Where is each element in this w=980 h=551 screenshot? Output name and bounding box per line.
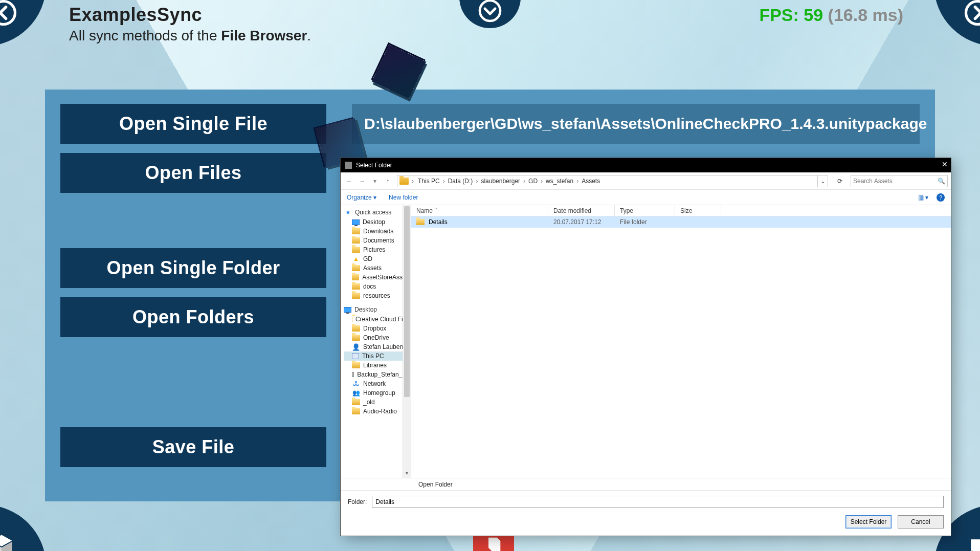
- sidebar-item[interactable]: Audio-Radio: [344, 407, 411, 416]
- monitor-icon: [344, 307, 351, 313]
- folderY-icon: [352, 335, 360, 341]
- open-single-file-button[interactable]: Open Single File: [60, 104, 326, 144]
- dialog-titlebar[interactable]: Select Folder ✕: [341, 158, 951, 172]
- breadcrumb-item[interactable]: Assets: [578, 178, 603, 185]
- dialog-navbar: ← → ▾ ↑ › This PC›Data (D:)›slaubenberge…: [341, 172, 951, 190]
- folder-label: Folder:: [348, 498, 367, 505]
- star-icon: ★: [344, 209, 352, 216]
- breadcrumb-item[interactable]: slaubenberger: [478, 178, 523, 185]
- folderY-icon: [352, 316, 352, 322]
- selected-path-display: D:\slaubenberger\GD\ws_stefan\Assets\Onl…: [352, 104, 920, 144]
- new-folder-button[interactable]: New folder: [389, 194, 418, 201]
- dialog-footer: Folder: Select Folder Cancel: [341, 490, 951, 536]
- svg-point-1: [480, 1, 500, 21]
- file-list-area: Name ˄ Date modified Type Size Details20…: [411, 205, 951, 478]
- open-files-button[interactable]: Open Files: [60, 153, 326, 193]
- folderY-icon: [352, 247, 360, 253]
- brand-icon: [965, 534, 980, 551]
- monitor-icon: [352, 219, 360, 225]
- open-folders-button[interactable]: Open Folders: [60, 297, 326, 337]
- search-icon: 🔍: [938, 178, 945, 185]
- sidebar-item[interactable]: _old: [344, 398, 411, 407]
- nav-recent-button[interactable]: ▾: [369, 175, 381, 187]
- breadcrumb-item[interactable]: This PC: [415, 178, 443, 185]
- file-row[interactable]: Details20.07.2017 17:12File folder: [411, 216, 951, 228]
- sidebar-item[interactable]: AssetStoreAssets: [344, 273, 411, 282]
- nav-back-button[interactable]: ←: [344, 175, 355, 187]
- col-date[interactable]: Date modified: [548, 205, 615, 216]
- breadcrumb-bar[interactable]: › This PC›Data (D:)›slaubenberger›GD›ws_…: [397, 175, 828, 187]
- folderY-icon: [352, 408, 360, 414]
- select-folder-button[interactable]: Select Folder: [845, 515, 892, 528]
- file-dialog: Select Folder ✕ ← → ▾ ↑ › This PC›Data (…: [340, 158, 951, 536]
- dialog-title: Select Folder: [356, 162, 947, 169]
- hg-icon: 👥: [352, 389, 360, 396]
- open-single-folder-button[interactable]: Open Single Folder: [60, 248, 326, 288]
- file-date: 20.07.2017 17:12: [548, 218, 615, 226]
- svg-point-2: [966, 2, 981, 25]
- sidebar-desktop-group[interactable]: Desktop: [344, 304, 411, 315]
- sidebar-item[interactable]: Pictures: [344, 245, 411, 254]
- dialog-sidebar: ★Quick accessDesktopDownloadsDocumentsPi…: [341, 205, 411, 478]
- svg-point-0: [0, 2, 15, 25]
- refresh-button[interactable]: ⟳: [834, 178, 846, 185]
- unity-icon: [0, 533, 15, 551]
- arrow-down-icon: [478, 0, 502, 23]
- sidebar-item[interactable]: Assets: [344, 263, 411, 273]
- sidebar-item[interactable]: 🖧Network: [344, 379, 411, 388]
- sidebar-item[interactable]: 👥Homegroup: [344, 388, 411, 398]
- column-headers[interactable]: Name ˄ Date modified Type Size: [411, 205, 951, 216]
- sidebar-item[interactable]: Desktop: [344, 217, 411, 227]
- col-size[interactable]: Size: [675, 205, 721, 216]
- breadcrumb-dropdown[interactable]: ⌄: [817, 175, 828, 187]
- sidebar-item[interactable]: 👤Stefan Laubenberger: [344, 342, 411, 351]
- page-title: ExamplesSync: [69, 4, 311, 26]
- pc-icon: [352, 353, 359, 359]
- fps-counter: FPS: 59 (16.8 ms): [759, 5, 903, 25]
- folderY-icon: [352, 293, 360, 299]
- search-input[interactable]: Search Assets 🔍: [851, 175, 948, 187]
- sidebar-item[interactable]: Dropbox: [344, 324, 411, 333]
- sidebar-item[interactable]: Libraries: [344, 361, 411, 370]
- sidebar-item[interactable]: Backup_Stefan_PC: [344, 370, 411, 379]
- folderY-icon: [352, 237, 360, 244]
- arrow-left-icon: [0, 0, 17, 27]
- sidebar-scrollbar[interactable]: ▲▼: [403, 205, 411, 478]
- organize-menu[interactable]: Organize ▾: [347, 194, 376, 201]
- app-icon: [345, 162, 352, 169]
- sidebar-item[interactable]: resources: [344, 291, 411, 300]
- nav-forward-button[interactable]: →: [357, 175, 368, 187]
- sidebar-item[interactable]: docs: [344, 282, 411, 291]
- sidebar-item[interactable]: Creative Cloud Files: [344, 315, 411, 324]
- sidebar-item[interactable]: OneDrive: [344, 333, 411, 342]
- nav-up-button[interactable]: ↑: [382, 175, 393, 187]
- cancel-button[interactable]: Cancel: [898, 515, 944, 528]
- folder-name-input[interactable]: [372, 496, 944, 508]
- save-file-button[interactable]: Save File: [60, 427, 326, 467]
- col-name[interactable]: Name ˄: [411, 205, 548, 216]
- folderY-icon: [352, 325, 360, 332]
- context-hint: Open Folder: [341, 478, 951, 490]
- folderY-icon: [352, 265, 360, 271]
- sidebar-item[interactable]: ▲GD: [344, 254, 411, 263]
- sidebar-item[interactable]: Documents: [344, 236, 411, 245]
- col-type[interactable]: Type: [615, 205, 675, 216]
- folderY-icon: [352, 399, 360, 405]
- sidebar-quick-access[interactable]: ★Quick access: [344, 207, 411, 217]
- folderY-icon: [352, 274, 359, 280]
- file-type: File folder: [615, 218, 675, 226]
- network-icon: 🖧: [352, 380, 360, 387]
- folderY-icon: [352, 362, 360, 368]
- breadcrumb-item[interactable]: GD: [525, 178, 541, 185]
- page-subtitle: All sync methods of the File Browser.: [69, 28, 311, 44]
- breadcrumb-item[interactable]: Data (D:): [445, 178, 476, 185]
- view-mode-button[interactable]: ▥ ▾: [918, 194, 928, 201]
- breadcrumb-item[interactable]: ws_stefan: [543, 178, 576, 185]
- help-button[interactable]: ?: [937, 193, 945, 202]
- close-button[interactable]: ✕: [942, 160, 948, 168]
- sidebar-item[interactable]: This PC: [344, 351, 411, 361]
- gdrive-icon: ▲: [352, 255, 360, 262]
- sidebar-item[interactable]: Downloads: [344, 227, 411, 236]
- file-name: Details: [429, 218, 448, 226]
- action-buttons: Open Single File Open Files Open Single …: [60, 104, 326, 467]
